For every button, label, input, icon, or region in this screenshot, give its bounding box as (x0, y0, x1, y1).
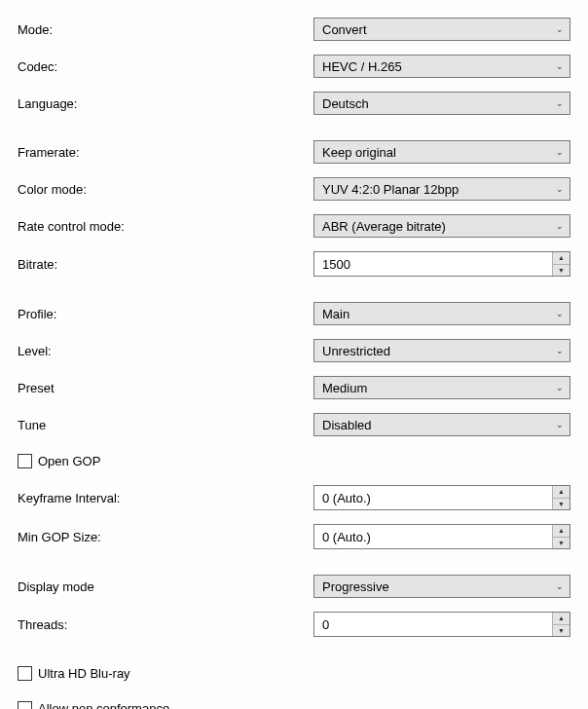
bitrate-value: 1500 (314, 257, 552, 272)
bitrate-up-button[interactable]: ▲ (553, 252, 570, 265)
codec-value: HEVC / H.265 (322, 59, 402, 74)
display-mode-value: Progressive (322, 579, 389, 594)
tune-value: Disabled (322, 418, 372, 432)
chevron-down-icon: ⌄ (556, 184, 564, 194)
color-mode-label: Color mode: (18, 182, 313, 197)
profile-dropdown[interactable]: Main ⌄ (313, 302, 570, 325)
chevron-down-icon: ⌄ (556, 581, 564, 591)
mode-label: Mode: (18, 22, 313, 37)
mode-value: Convert (322, 22, 367, 37)
threads-label: Threads: (18, 617, 313, 632)
framerate-dropdown[interactable]: Keep original ⌄ (313, 140, 570, 164)
keyframe-interval-value: 0 (Auto.) (314, 491, 552, 505)
color-mode-dropdown[interactable]: YUV 4:2:0 Planar 12bpp ⌄ (313, 177, 570, 201)
min-gop-size-spinner[interactable]: 0 (Auto.) ▲ ▼ (313, 524, 570, 549)
chevron-down-icon: ⌄ (556, 147, 564, 157)
tune-dropdown[interactable]: Disabled ⌄ (313, 413, 570, 436)
profile-label: Profile: (18, 307, 313, 321)
threads-up-button[interactable]: ▲ (553, 613, 570, 625)
rate-control-dropdown[interactable]: ABR (Average bitrate) ⌄ (313, 214, 570, 238)
chevron-down-icon: ⌄ (556, 346, 564, 355)
keyframe-interval-down-button[interactable]: ▼ (553, 499, 570, 510)
color-mode-value: YUV 4:2:0 Planar 12bpp (322, 182, 459, 197)
threads-down-button[interactable]: ▼ (553, 625, 570, 637)
mode-dropdown[interactable]: Convert ⌄ (313, 18, 570, 41)
rate-control-value: ABR (Average bitrate) (322, 219, 446, 234)
codec-dropdown[interactable]: HEVC / H.265 ⌄ (313, 55, 570, 78)
framerate-label: Framerate: (18, 145, 313, 160)
preset-value: Medium (322, 381, 367, 395)
bitrate-down-button[interactable]: ▼ (553, 265, 570, 277)
codec-label: Codec: (18, 59, 313, 74)
display-mode-label: Display mode (18, 579, 313, 594)
language-value: Deutsch (322, 96, 369, 111)
chevron-down-icon: ⌄ (556, 221, 564, 231)
keyframe-interval-up-button[interactable]: ▲ (553, 486, 570, 499)
bitrate-label: Bitrate: (18, 257, 313, 272)
threads-spinner[interactable]: 0 ▲ ▼ (313, 612, 570, 637)
rate-control-label: Rate control mode: (18, 219, 313, 234)
profile-value: Main (322, 307, 349, 321)
chevron-down-icon: ⌄ (556, 98, 564, 108)
chevron-down-icon: ⌄ (556, 24, 564, 34)
preset-dropdown[interactable]: Medium ⌄ (313, 376, 570, 399)
ultra-hd-bluray-checkbox[interactable] (18, 666, 32, 681)
chevron-down-icon: ⌄ (556, 61, 564, 71)
chevron-down-icon: ⌄ (556, 420, 564, 429)
keyframe-interval-spinner[interactable]: 0 (Auto.) ▲ ▼ (313, 485, 570, 510)
language-label: Language: (18, 96, 313, 111)
framerate-value: Keep original (322, 145, 396, 160)
bitrate-spinner[interactable]: 1500 ▲ ▼ (313, 251, 570, 277)
level-dropdown[interactable]: Unrestricted ⌄ (313, 339, 570, 362)
open-gop-label[interactable]: Open GOP (38, 454, 100, 468)
language-dropdown[interactable]: Deutsch ⌄ (313, 92, 570, 115)
level-label: Level: (18, 344, 313, 358)
min-gop-size-up-button[interactable]: ▲ (553, 525, 570, 538)
level-value: Unrestricted (322, 344, 390, 358)
threads-value: 0 (314, 617, 552, 632)
min-gop-size-label: Min GOP Size: (18, 530, 313, 544)
open-gop-checkbox[interactable] (18, 454, 32, 468)
chevron-down-icon: ⌄ (556, 383, 564, 392)
min-gop-size-down-button[interactable]: ▼ (553, 538, 570, 549)
ultra-hd-bluray-label[interactable]: Ultra HD Blu-ray (38, 666, 130, 681)
keyframe-interval-label: Keyframe Interval: (18, 491, 313, 505)
preset-label: Preset (18, 381, 313, 395)
chevron-down-icon: ⌄ (556, 309, 564, 318)
min-gop-size-value: 0 (Auto.) (314, 530, 552, 544)
allow-non-conformance-checkbox[interactable] (18, 701, 32, 710)
allow-non-conformance-label[interactable]: Allow non conformance (38, 701, 169, 710)
display-mode-dropdown[interactable]: Progressive ⌄ (313, 575, 570, 598)
tune-label: Tune (18, 418, 313, 432)
